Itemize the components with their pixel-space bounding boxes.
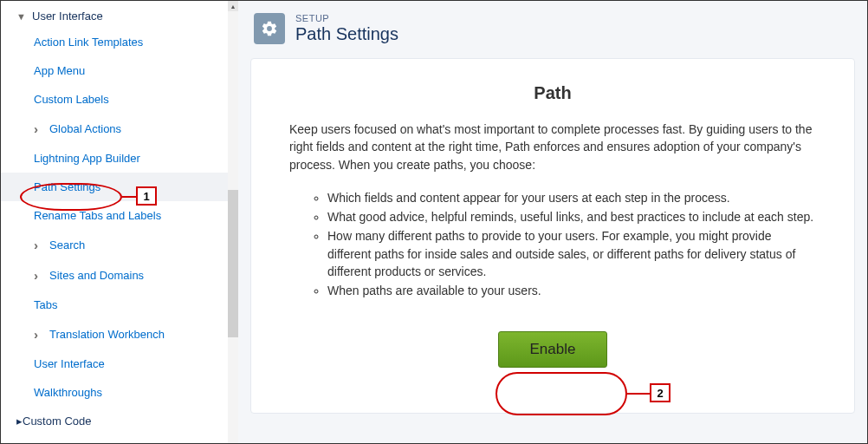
sidebar-item-label: Rename Tabs and Labels (34, 209, 161, 222)
enable-button[interactable]: Enable (498, 331, 608, 368)
chevron-right-icon: › (34, 268, 42, 283)
sidebar-item-label: Sites and Domains (49, 269, 144, 282)
content-card: Path Keep users focused on what's most i… (250, 58, 855, 414)
sidebar-item[interactable]: ›Sites and Domains (1, 260, 237, 291)
bullet-item: Which fields and content appear for your… (327, 189, 816, 206)
sidebar-item-label: Walkthroughs (34, 386, 102, 399)
sidebar-item-label: Tabs (34, 298, 57, 311)
sidebar-item[interactable]: Lightning App Builder (1, 144, 237, 173)
scrollbar-thumb[interactable] (228, 190, 238, 337)
tree-parent-label: Custom Code (23, 415, 91, 428)
sidebar-item[interactable]: App Menu (1, 56, 237, 85)
sidebar-item-label: Lightning App Builder (34, 152, 140, 165)
sidebar-item[interactable]: ›Search (1, 230, 237, 260)
sidebar-item[interactable]: Action Link Templates (1, 28, 237, 56)
card-heading: Path (289, 83, 816, 103)
sidebar-item[interactable]: ›Translation Workbench (1, 319, 237, 349)
tree-parent-label: User Interface (32, 10, 103, 23)
sidebar-item-label: Action Link Templates (34, 36, 143, 49)
chevron-right-icon: › (34, 121, 42, 136)
page-header: SETUP Path Settings (238, 1, 867, 58)
bullet-item: What good advice, helpful reminds, usefu… (327, 208, 816, 225)
sidebar-item-label: Path Settings (34, 180, 100, 193)
page-title: Path Settings (295, 24, 398, 44)
card-lead-text: Keep users focused on what's most import… (289, 121, 816, 173)
sidebar-item-label: Global Actions (49, 122, 121, 135)
bullet-item: How many different paths to provide to y… (327, 227, 816, 280)
sidebar-item[interactable]: Walkthroughs (1, 378, 237, 407)
sidebar: ▼ User Interface Action Link TemplatesAp… (1, 1, 238, 443)
sidebar-item-label: Translation Workbench (49, 328, 165, 341)
gear-icon (254, 13, 285, 44)
sidebar-item[interactable]: Custom Labels (1, 85, 237, 114)
chevron-down-icon: ▼ (16, 11, 25, 22)
chevron-right-icon: ▸ (16, 415, 23, 428)
sidebar-item-label: Search (49, 238, 85, 251)
card-bullet-list: Which fields and content appear for your… (289, 189, 816, 300)
sidebar-item-label: Custom Labels (34, 93, 109, 106)
sidebar-item[interactable]: Rename Tabs and Labels (1, 201, 237, 230)
sidebar-item[interactable]: User Interface (1, 349, 237, 378)
bullet-item: When paths are available to your users. (327, 282, 816, 299)
tree-parent-user-interface[interactable]: ▼ User Interface (1, 4, 237, 28)
chevron-right-icon: › (34, 327, 42, 342)
sidebar-item[interactable]: ›Global Actions (1, 114, 237, 144)
sidebar-item-label: App Menu (34, 64, 85, 77)
header-eyebrow: SETUP (295, 13, 398, 23)
scrollbar-track[interactable]: ▲ (228, 1, 238, 444)
sidebar-item-label: User Interface (34, 357, 105, 370)
sidebar-item[interactable]: Path Settings (1, 173, 237, 201)
sidebar-item[interactable]: Tabs (1, 291, 237, 319)
tree-parent-custom-code[interactable]: ▸ Custom Code (1, 407, 237, 435)
chevron-right-icon: › (34, 238, 42, 252)
scroll-up-arrow-icon[interactable]: ▲ (228, 1, 238, 11)
main-content: SETUP Path Settings Path Keep users focu… (238, 1, 867, 443)
